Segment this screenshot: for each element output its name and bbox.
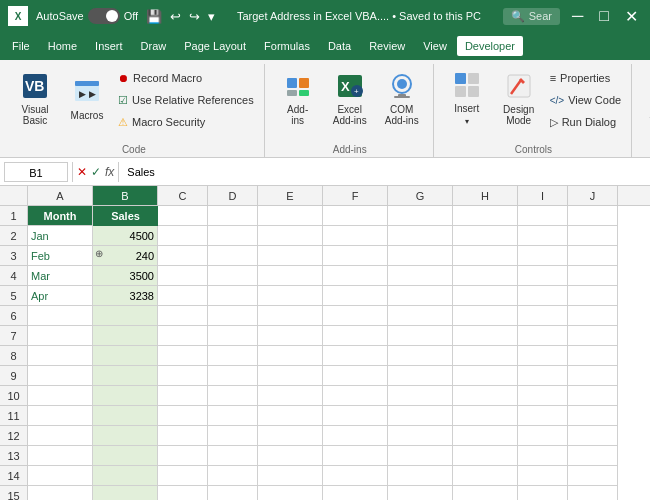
cell-h2[interactable] (453, 226, 518, 246)
properties-button[interactable]: ≡ Properties (546, 68, 625, 88)
menu-page-layout[interactable]: Page Layout (176, 36, 254, 56)
undo-icon[interactable]: ↩ (170, 9, 181, 24)
macros-button[interactable]: ▶ ▶ Macros (62, 66, 112, 130)
cell-a3[interactable]: Feb (28, 246, 93, 266)
row-header-13[interactable]: 13 (0, 446, 28, 466)
col-header-j[interactable]: J (568, 186, 618, 205)
add-ins-button[interactable]: Add-ins (273, 66, 323, 130)
menu-developer[interactable]: Developer (457, 36, 523, 56)
cell-f2[interactable] (323, 226, 388, 246)
cell-a1[interactable]: Month (28, 206, 93, 226)
cell-b2[interactable]: 4500 (93, 226, 158, 246)
row-header-2[interactable]: 2 (0, 226, 28, 246)
cell-e3[interactable] (258, 246, 323, 266)
minimize-button[interactable]: ─ (568, 7, 587, 25)
macro-security-button[interactable]: ⚠ Macro Security (114, 112, 258, 132)
cell-j1[interactable] (568, 206, 618, 226)
formula-function-icon[interactable]: fx (105, 165, 114, 179)
cell-e1[interactable] (258, 206, 323, 226)
col-header-c[interactable]: C (158, 186, 208, 205)
cell-g2[interactable] (388, 226, 453, 246)
cell-i4[interactable] (518, 266, 568, 286)
row-header-3[interactable]: 3 (0, 246, 28, 266)
cell-f1[interactable] (323, 206, 388, 226)
menu-insert[interactable]: Insert (87, 36, 131, 56)
row-header-11[interactable]: 11 (0, 406, 28, 426)
cell-a2[interactable]: Jan (28, 226, 93, 246)
cell-f4[interactable] (323, 266, 388, 286)
cell-b6[interactable] (93, 306, 158, 326)
row-header-1[interactable]: 1 (0, 206, 28, 226)
cell-f5[interactable] (323, 286, 388, 306)
cell-a4[interactable]: Mar (28, 266, 93, 286)
row-header-12[interactable]: 12 (0, 426, 28, 446)
insert-control-button[interactable]: Insert ▾ (442, 66, 492, 130)
cell-j4[interactable] (568, 266, 618, 286)
row-header-5[interactable]: 5 (0, 286, 28, 306)
col-header-h[interactable]: H (453, 186, 518, 205)
menu-draw[interactable]: Draw (133, 36, 175, 56)
view-code-button[interactable]: </> View Code (546, 90, 625, 110)
menu-view[interactable]: View (415, 36, 455, 56)
cell-a5[interactable]: Apr (28, 286, 93, 306)
cell-c5[interactable] (158, 286, 208, 306)
com-add-ins-button[interactable]: COMAdd-ins (377, 66, 427, 130)
source-button[interactable]: X Source (640, 66, 650, 130)
cell-h3[interactable] (453, 246, 518, 266)
col-header-d[interactable]: D (208, 186, 258, 205)
cell-i1[interactable] (518, 206, 568, 226)
col-header-i[interactable]: I (518, 186, 568, 205)
save-icon[interactable]: 💾 (146, 9, 162, 24)
cell-i5[interactable] (518, 286, 568, 306)
cell-j2[interactable] (568, 226, 618, 246)
record-macro-button[interactable]: ⏺ Record Macro (114, 68, 258, 88)
col-header-g[interactable]: G (388, 186, 453, 205)
cell-g4[interactable] (388, 266, 453, 286)
autosave-toggle[interactable] (88, 8, 120, 24)
formula-confirm-icon[interactable]: ✓ (91, 165, 101, 179)
cell-c2[interactable] (158, 226, 208, 246)
menu-formulas[interactable]: Formulas (256, 36, 318, 56)
cell-b1[interactable]: Sales (93, 206, 158, 226)
row-header-4[interactable]: 4 (0, 266, 28, 286)
menu-home[interactable]: Home (40, 36, 85, 56)
visual-basic-button[interactable]: VB VisualBasic (10, 66, 60, 130)
cell-j5[interactable] (568, 286, 618, 306)
cell-h4[interactable] (453, 266, 518, 286)
use-relative-references-button[interactable]: ☑ Use Relative References (114, 90, 258, 110)
cell-f3[interactable] (323, 246, 388, 266)
cell-d2[interactable] (208, 226, 258, 246)
cell-reference-box[interactable]: B1 (4, 162, 68, 182)
cell-d3[interactable] (208, 246, 258, 266)
cell-d1[interactable] (208, 206, 258, 226)
cell-c4[interactable] (158, 266, 208, 286)
col-header-f[interactable]: F (323, 186, 388, 205)
formula-cancel-icon[interactable]: ✕ (77, 165, 87, 179)
customize-icon[interactable]: ▾ (208, 9, 215, 24)
row-header-14[interactable]: 14 (0, 466, 28, 486)
row-header-9[interactable]: 9 (0, 366, 28, 386)
cell-j3[interactable] (568, 246, 618, 266)
cell-i3[interactable] (518, 246, 568, 266)
col-header-b[interactable]: B (93, 186, 158, 205)
menu-file[interactable]: File (4, 36, 38, 56)
run-dialog-button[interactable]: ▷ Run Dialog (546, 112, 625, 132)
cell-d5[interactable] (208, 286, 258, 306)
cell-c3[interactable] (158, 246, 208, 266)
cell-g3[interactable] (388, 246, 453, 266)
cell-e4[interactable] (258, 266, 323, 286)
search-box[interactable]: 🔍 Sear (503, 8, 560, 25)
col-header-a[interactable]: A (28, 186, 93, 205)
maximize-button[interactable]: □ (595, 7, 613, 25)
cell-i2[interactable] (518, 226, 568, 246)
cell-h1[interactable] (453, 206, 518, 226)
cell-e2[interactable] (258, 226, 323, 246)
menu-review[interactable]: Review (361, 36, 413, 56)
cell-b4[interactable]: 3500 (93, 266, 158, 286)
cell-h5[interactable] (453, 286, 518, 306)
formula-input[interactable] (123, 166, 646, 178)
cell-g5[interactable] (388, 286, 453, 306)
row-header-8[interactable]: 8 (0, 346, 28, 366)
design-mode-button[interactable]: DesignMode (494, 66, 544, 130)
cell-b5[interactable]: 3238 (93, 286, 158, 306)
